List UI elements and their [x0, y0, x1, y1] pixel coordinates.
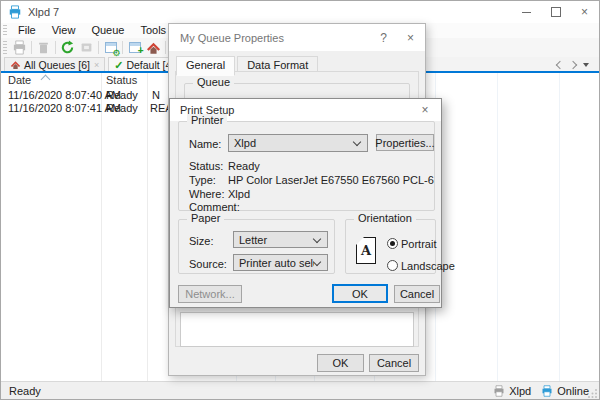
source-label: Source:: [189, 258, 227, 270]
toolbar-separator: [165, 41, 166, 54]
chevron-down-icon: [313, 257, 321, 265]
add-queue-button[interactable]: +: [125, 39, 144, 56]
printer-group: Printer Name: Xlpd Properties... Status:…: [178, 121, 435, 211]
check-icon: ✓: [114, 60, 123, 70]
toolbar-separator: [122, 41, 123, 54]
refresh-button[interactable]: [58, 39, 77, 56]
column-header-date[interactable]: Date: [8, 74, 31, 86]
landscape-radio[interactable]: [387, 260, 398, 271]
window-titlebar: Xlpd 7 ×: [1, 1, 599, 23]
sort-ascending-icon: [41, 75, 51, 85]
tab-general[interactable]: General: [176, 56, 235, 76]
printer-online-icon: [541, 385, 553, 397]
orientation-group: Orientation A Portrait Landscape: [345, 219, 436, 274]
status-value: Ready: [228, 160, 260, 172]
resize-grip[interactable]: [588, 388, 598, 398]
column-divider[interactable]: [147, 73, 148, 381]
xlpd-main-window: Xlpd 7 × File View Queue Tools Help: [0, 0, 600, 400]
default-queue-button[interactable]: [144, 39, 163, 56]
chevron-down-icon: [313, 234, 321, 242]
app-printer-icon: [8, 5, 22, 19]
network-button[interactable]: Network...: [178, 285, 242, 303]
group-label: Orientation: [354, 212, 416, 224]
add-queue-icon: +: [129, 42, 141, 53]
status-text: Ready: [9, 385, 41, 397]
chevron-down-icon: [353, 138, 361, 146]
type-value: HP Color LaserJet E67550 E67560 PCL-6: [228, 174, 434, 186]
queue-properties-icon: ⚙: [105, 42, 117, 53]
cell-status: Ready: [106, 89, 138, 101]
tab-list-dropdown-icon[interactable]: [583, 63, 589, 67]
minimize-button[interactable]: [512, 1, 541, 23]
home-icon: [146, 41, 161, 55]
tab-all-queues[interactable]: All Queues [6] ×: [4, 57, 105, 71]
ok-button[interactable]: OK: [317, 354, 364, 372]
tab-scroll-right-icon[interactable]: [569, 61, 577, 69]
tab-scroll-left-icon[interactable]: [556, 61, 564, 69]
type-label: Type:: [189, 174, 216, 186]
close-button[interactable]: ×: [410, 99, 440, 121]
minimize-icon: [522, 12, 531, 13]
portrait-label: Portrait: [401, 238, 436, 250]
paper-group: Paper Size: Letter Source: Printer auto …: [178, 219, 335, 274]
menu-grip: [3, 25, 7, 37]
portrait-paper-icon: A: [356, 237, 376, 264]
where-label: Where:: [189, 188, 224, 200]
close-button[interactable]: ×: [570, 1, 599, 23]
printer-name-label: Name:: [189, 138, 221, 150]
queue-properties-button[interactable]: ⚙: [101, 39, 120, 56]
menu-file[interactable]: File: [10, 23, 44, 38]
help-button[interactable]: ?: [370, 24, 397, 51]
toolbar-separator: [98, 41, 99, 54]
cell-status: Ready: [106, 102, 138, 114]
close-icon: ×: [421, 103, 428, 117]
print-setup-dialog: Print Setup × Printer Name: Xlpd Propert…: [169, 98, 442, 308]
properties-button[interactable]: Properties...: [376, 134, 434, 151]
source-value: Printer auto select: [239, 257, 314, 269]
printer-name-combo[interactable]: Xlpd: [228, 134, 368, 152]
dialog-title: My Queue Properties: [180, 32, 284, 44]
landscape-label: Landscape: [401, 260, 455, 272]
close-icon: ×: [581, 5, 588, 19]
size-value: Letter: [239, 234, 314, 246]
stop-icon: [80, 41, 93, 54]
printer-gray-icon: [493, 385, 505, 397]
status-printer-name: Xlpd: [509, 385, 531, 397]
cancel-button[interactable]: Cancel: [394, 285, 440, 303]
cancel-button[interactable]: Cancel: [369, 354, 419, 372]
tab-label: All Queues [6]: [24, 59, 90, 71]
print-icon: [12, 40, 27, 55]
paper-source-combo[interactable]: Printer auto select: [233, 254, 328, 271]
print-button[interactable]: [10, 39, 29, 56]
status-bar: Ready Xlpd Online: [1, 381, 599, 399]
column-divider[interactable]: [101, 73, 102, 381]
stop-button[interactable]: [77, 39, 96, 56]
toolbar-grip: [3, 41, 7, 55]
tab-close-icon[interactable]: ×: [93, 60, 100, 70]
cell-name: N: [152, 89, 160, 101]
paper-size-combo[interactable]: Letter: [233, 231, 328, 248]
maximize-button[interactable]: [541, 1, 570, 23]
close-icon: ×: [407, 31, 414, 45]
home-icon: [10, 60, 21, 70]
menu-view[interactable]: View: [44, 23, 84, 38]
maximize-icon: [551, 7, 561, 17]
group-label: Queue: [193, 76, 234, 88]
where-value: Xlpd: [228, 188, 250, 200]
ok-button[interactable]: OK: [332, 284, 388, 303]
queue-description-box[interactable]: [180, 312, 414, 347]
close-button[interactable]: ×: [397, 24, 424, 51]
column-divider: [497, 73, 498, 381]
toolbar-separator: [31, 41, 32, 54]
column-divider: [559, 73, 560, 381]
column-header-status[interactable]: Status: [106, 74, 137, 86]
refresh-icon: [60, 40, 75, 55]
group-label: Printer: [187, 114, 227, 126]
delete-button[interactable]: [34, 39, 53, 56]
portrait-radio[interactable]: [387, 238, 398, 249]
cell-date: 11/16/2020 8:07:41 AM: [8, 102, 121, 114]
menu-queue[interactable]: Queue: [83, 23, 132, 38]
help-icon: ?: [380, 31, 387, 45]
group-label: Paper: [187, 212, 224, 224]
size-label: Size:: [189, 235, 213, 247]
